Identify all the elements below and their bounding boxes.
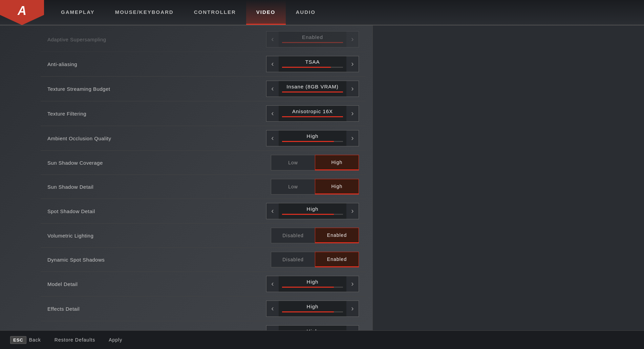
nav-tab-mouse_keyboard[interactable]: MOUSE/KEYBOARD: [105, 0, 184, 25]
setting-control-anti_aliasing: TSAA: [266, 56, 359, 72]
setting-row-texture_streaming_budget: Texture Streaming BudgetInsane (8GB VRAM…: [41, 77, 366, 101]
toggle-control-sun_shadow_coverage: LowHigh: [271, 155, 359, 170]
restore-defaults-action[interactable]: Restore Defaults: [55, 337, 95, 343]
selector-value-wrap-adaptive_supersampling: Enabled: [279, 33, 346, 46]
nav-tab-audio[interactable]: AUDIO: [286, 0, 326, 25]
right-panel: [372, 25, 644, 330]
arrow-right-texture_filtering[interactable]: [346, 106, 359, 121]
back-label: Back: [29, 337, 41, 343]
settings-list[interactable]: Adaptive SupersamplingEnabledAnti-aliasi…: [41, 25, 366, 330]
selector-value-effects_detail: High: [307, 304, 319, 309]
setting-control-model_detail: High: [266, 276, 359, 292]
setting-control-impact_marks: High: [266, 325, 359, 330]
nav-tab-controller[interactable]: CONTROLLER: [184, 0, 246, 25]
setting-row-spot_shadow_detail: Spot Shadow DetailHigh: [41, 199, 366, 224]
setting-row-effects_detail: Effects DetailHigh: [41, 296, 366, 321]
selector-value-wrap-texture_filtering: Anisotropic 16X: [279, 107, 346, 120]
arrow-left-adaptive_supersampling[interactable]: [266, 32, 279, 47]
settings-panel: Adaptive SupersamplingEnabledAnti-aliasi…: [41, 25, 372, 330]
arrow-selector-effects_detail: High: [266, 301, 359, 317]
setting-control-adaptive_supersampling: Enabled: [266, 31, 359, 47]
setting-label-effects_detail: Effects Detail: [47, 306, 266, 312]
setting-row-adaptive_supersampling: Adaptive SupersamplingEnabled: [41, 27, 366, 52]
arrow-right-effects_detail[interactable]: [346, 301, 359, 316]
arrow-left-anti_aliasing[interactable]: [266, 56, 279, 72]
arrow-right-texture_streaming_budget[interactable]: [346, 81, 359, 97]
arrow-left-texture_filtering[interactable]: [266, 106, 279, 121]
arrow-right-adaptive_supersampling[interactable]: [346, 32, 359, 47]
selector-bar-texture_streaming_budget: [282, 91, 343, 93]
toggle-btn-sun_shadow_detail-0[interactable]: Low: [271, 179, 315, 194]
selector-value-wrap-texture_streaming_budget: Insane (8GB VRAM): [279, 82, 346, 95]
selector-bar-fill-effects_detail: [282, 311, 334, 312]
selector-value-wrap-impact_marks: High: [279, 327, 346, 330]
selector-value-texture_filtering: Anisotropic 16X: [292, 108, 333, 114]
selector-bar-texture_filtering: [282, 116, 343, 117]
toggle-btn-volumetric_lighting-1[interactable]: Enabled: [315, 228, 359, 243]
logo: A: [0, 0, 44, 25]
setting-label-ambient_occlusion: Ambient Occlusion Quality: [47, 136, 266, 141]
toggle-btn-sun_shadow_coverage-0[interactable]: Low: [271, 155, 315, 170]
apply-action[interactable]: Apply: [109, 337, 122, 343]
selector-value-wrap-spot_shadow_detail: High: [279, 205, 346, 218]
nav-tabs: GAMEPLAYMOUSE/KEYBOARDCONTROLLERVIDEOAUD…: [51, 0, 326, 25]
arrow-right-ambient_occlusion[interactable]: [346, 130, 359, 146]
setting-label-adaptive_supersampling: Adaptive Supersampling: [47, 37, 266, 42]
setting-control-sun_shadow_coverage: LowHigh: [271, 155, 359, 170]
selector-bar-fill-ambient_occlusion: [282, 141, 334, 142]
back-action[interactable]: ESC Back: [10, 336, 41, 344]
setting-row-sun_shadow_coverage: Sun Shadow CoverageLowHigh: [41, 151, 366, 175]
arrow-right-spot_shadow_detail[interactable]: [346, 203, 359, 219]
setting-label-sun_shadow_detail: Sun Shadow Detail: [47, 184, 271, 190]
toggle-btn-sun_shadow_detail-1[interactable]: High: [315, 179, 359, 194]
arrow-left-texture_streaming_budget[interactable]: [266, 81, 279, 97]
arrow-right-model_detail[interactable]: [346, 276, 359, 292]
setting-control-sun_shadow_detail: LowHigh: [271, 179, 359, 194]
arrow-left-spot_shadow_detail[interactable]: [266, 203, 279, 219]
selector-bar-effects_detail: [282, 311, 343, 312]
selector-value-model_detail: High: [307, 279, 319, 285]
arrow-left-ambient_occlusion[interactable]: [266, 130, 279, 146]
selector-bar-fill-texture_streaming_budget: [282, 91, 343, 93]
nav-tab-video[interactable]: VIDEO: [246, 0, 286, 25]
toggle-control-sun_shadow_detail: LowHigh: [271, 179, 359, 194]
setting-label-dynamic_spot_shadows: Dynamic Spot Shadows: [47, 257, 271, 263]
arrow-selector-texture_filtering: Anisotropic 16X: [266, 105, 359, 122]
arrow-left-effects_detail[interactable]: [266, 301, 279, 316]
setting-label-spot_shadow_detail: Spot Shadow Detail: [47, 208, 266, 214]
selector-value-texture_streaming_budget: Insane (8GB VRAM): [286, 84, 339, 89]
arrow-left-model_detail[interactable]: [266, 276, 279, 292]
selector-bar-model_detail: [282, 287, 343, 288]
setting-label-anti_aliasing: Anti-aliasing: [47, 61, 266, 67]
selector-value-wrap-anti_aliasing: TSAA: [279, 58, 346, 70]
setting-control-effects_detail: High: [266, 301, 359, 317]
selector-value-adaptive_supersampling: Enabled: [302, 34, 323, 40]
bottom-bar: ESC Back Restore Defaults Apply: [0, 330, 644, 349]
selector-bar-fill-anti_aliasing: [282, 67, 331, 68]
arrow-selector-texture_streaming_budget: Insane (8GB VRAM): [266, 81, 359, 97]
setting-control-ambient_occlusion: High: [266, 130, 359, 146]
arrow-right-impact_marks[interactable]: [346, 326, 359, 330]
selector-value-wrap-ambient_occlusion: High: [279, 132, 346, 145]
setting-label-sun_shadow_coverage: Sun Shadow Coverage: [47, 160, 271, 166]
toggle-btn-volumetric_lighting-0[interactable]: Disabled: [271, 228, 315, 243]
arrow-selector-impact_marks: High: [266, 325, 359, 330]
toggle-btn-sun_shadow_coverage-1[interactable]: High: [315, 155, 359, 170]
setting-row-impact_marks: Impact MarksHigh: [41, 321, 366, 330]
arrow-selector-adaptive_supersampling: Enabled: [266, 31, 359, 47]
toggle-btn-dynamic_spot_shadows-1[interactable]: Enabled: [315, 252, 359, 267]
setting-row-volumetric_lighting: Volumetric LightingDisabledEnabled: [41, 224, 366, 248]
setting-control-volumetric_lighting: DisabledEnabled: [271, 228, 359, 243]
nav-tab-gameplay[interactable]: GAMEPLAY: [51, 0, 105, 25]
toggle-btn-dynamic_spot_shadows-0[interactable]: Disabled: [271, 252, 315, 267]
setting-control-spot_shadow_detail: High: [266, 203, 359, 219]
arrow-right-anti_aliasing[interactable]: [346, 56, 359, 72]
logo-icon: A: [18, 4, 26, 18]
nav-bar: A GAMEPLAYMOUSE/KEYBOARDCONTROLLERVIDEOA…: [0, 0, 644, 25]
setting-label-volumetric_lighting: Volumetric Lighting: [47, 233, 271, 239]
esc-key-badge: ESC: [10, 336, 26, 344]
setting-control-dynamic_spot_shadows: DisabledEnabled: [271, 252, 359, 267]
selector-value-ambient_occlusion: High: [307, 133, 319, 139]
arrow-selector-anti_aliasing: TSAA: [266, 56, 359, 72]
arrow-left-impact_marks[interactable]: [266, 326, 279, 330]
